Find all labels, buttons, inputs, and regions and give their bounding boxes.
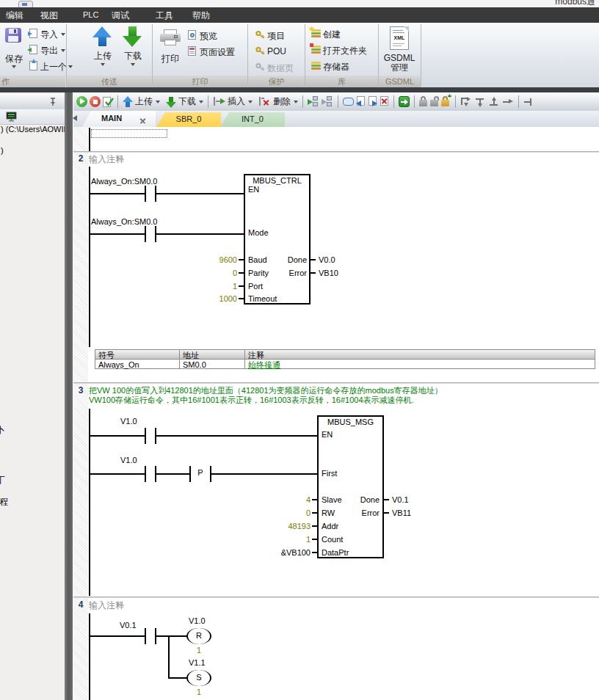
- insert-dropdown-icon[interactable]: [248, 101, 253, 103]
- page-back-icon[interactable]: [356, 96, 366, 107]
- protect-project-button[interactable]: 项目: [255, 30, 300, 40]
- param-value[interactable]: 9600: [198, 255, 237, 265]
- tab-int0[interactable]: INT_0: [220, 112, 285, 127]
- param-value[interactable]: 0: [261, 508, 311, 518]
- edge-contact-letter[interactable]: P: [192, 468, 208, 478]
- toolbar-download-label[interactable]: 下载: [178, 95, 196, 108]
- param-value[interactable]: &VB100: [261, 548, 311, 558]
- menu-view[interactable]: 视图: [40, 10, 58, 22]
- param-value[interactable]: 48193: [261, 522, 311, 531]
- contact-operand[interactable]: Always_On:SM0.0: [91, 217, 157, 227]
- protect-pou-button[interactable]: POU: [255, 46, 300, 56]
- address-cell[interactable]: SM0.0: [183, 360, 206, 369]
- lib-open-folder-button[interactable]: 打开文件夹: [311, 45, 376, 55]
- delete-network-icon[interactable]: [258, 96, 271, 107]
- contact-operand[interactable]: V0.1: [120, 621, 137, 630]
- network-view-icon[interactable]: [308, 96, 319, 107]
- contact-operand[interactable]: V1.0: [120, 456, 137, 465]
- output-operand[interactable]: V0.1: [392, 495, 409, 505]
- line-up-icon[interactable]: [488, 97, 500, 107]
- tab-close-icon[interactable]: [139, 117, 146, 124]
- save-button[interactable]: 保存: [1, 26, 26, 73]
- contact-end-icon[interactable]: [523, 97, 534, 107]
- print-button[interactable]: 打印: [156, 28, 185, 72]
- go-to-icon[interactable]: [399, 96, 410, 107]
- network-3-number[interactable]: 3: [75, 385, 87, 395]
- network-view-2-icon[interactable]: [322, 96, 333, 107]
- network-4-number[interactable]: 4: [75, 599, 87, 610]
- contact-bar[interactable]: [145, 226, 146, 242]
- toolbar-delete-label[interactable]: 删除: [273, 95, 291, 108]
- stop-button[interactable]: [90, 96, 101, 107]
- coil-count[interactable]: 1: [197, 646, 201, 655]
- menu-tools[interactable]: 工具: [156, 10, 173, 22]
- quick-access-icon[interactable]: [18, 1, 33, 7]
- output-operand[interactable]: V0.0: [319, 255, 335, 265]
- import-button[interactable]: 导入: [29, 29, 65, 39]
- network-2-number[interactable]: 2: [75, 153, 87, 164]
- output-operand[interactable]: VB11: [392, 508, 411, 518]
- gsdml-manage-button[interactable]: XML GSDML 管理: [380, 25, 418, 73]
- network-3-comment-line1[interactable]: 把VW 100的值写入到412801的地址里面（412801为变频器的运行命令存…: [89, 386, 443, 395]
- toolbar-upload-label[interactable]: 上传: [135, 95, 153, 108]
- comment-selection-box[interactable]: [91, 129, 167, 138]
- param-value[interactable]: 1000: [198, 294, 237, 304]
- tree-item-fragment[interactable]: 卜: [0, 425, 5, 435]
- menu-plc[interactable]: PLC: [83, 10, 98, 19]
- page-setup-button[interactable]: 页面设置: [188, 46, 244, 56]
- coil-count[interactable]: 1: [197, 688, 201, 697]
- upload-dropdown-icon[interactable]: [156, 101, 160, 103]
- lock-add-icon[interactable]: [441, 96, 451, 107]
- param-value[interactable]: 1: [198, 282, 237, 291]
- pin-icon[interactable]: [49, 98, 57, 106]
- toolbar-insert-label[interactable]: 插入: [228, 95, 245, 108]
- edge-contact-bar[interactable]: [189, 466, 191, 482]
- symbol-cell[interactable]: Always_On: [98, 360, 139, 369]
- toolbar-download-button[interactable]: [166, 96, 176, 108]
- output-operand[interactable]: VB10: [319, 269, 338, 278]
- menu-edit[interactable]: 编辑: [6, 10, 23, 22]
- tab-sbr0[interactable]: SBR_0: [156, 112, 221, 127]
- menu-debug[interactable]: 调试: [112, 10, 129, 22]
- tree-item-fragment[interactable]: 丁: [0, 475, 5, 485]
- line-right-icon[interactable]: [502, 97, 514, 107]
- page-delete-icon[interactable]: [380, 96, 389, 107]
- lock-icon[interactable]: [419, 96, 428, 107]
- coil-operand[interactable]: V1.0: [189, 616, 206, 626]
- protect-data-page-button[interactable]: 数据页: [255, 62, 302, 73]
- coil-operand[interactable]: V1.1: [189, 658, 206, 668]
- tab-main[interactable]: MAIN: [82, 111, 156, 127]
- insert-branch-icon[interactable]: [460, 97, 472, 107]
- insert-network-icon[interactable]: [213, 96, 225, 107]
- menu-help[interactable]: 帮助: [192, 10, 210, 22]
- ribbon-download-button[interactable]: 下载: [118, 26, 148, 72]
- contact-bar[interactable]: [145, 466, 146, 482]
- compile-button[interactable]: [103, 96, 113, 108]
- param-value[interactable]: 1: [261, 535, 311, 544]
- contact-operand[interactable]: V1.0: [120, 417, 137, 426]
- comment-box-icon[interactable]: [343, 98, 354, 106]
- ribbon-upload-button[interactable]: 上传: [88, 26, 117, 72]
- contact-bar[interactable]: [145, 428, 146, 444]
- network-4-comment[interactable]: 输入注释: [89, 600, 124, 610]
- tree-item-project[interactable]: ) (C:\Users\AOWID: [1, 125, 65, 134]
- contact-bar[interactable]: [145, 628, 146, 644]
- tree-item-fragment[interactable]: 程: [0, 497, 8, 507]
- toolbar-upload-button[interactable]: [123, 96, 133, 108]
- tab-scroll-left-icon[interactable]: [73, 115, 77, 121]
- line-down-icon[interactable]: [474, 97, 486, 107]
- run-button[interactable]: [76, 96, 87, 107]
- print-preview-button[interactable]: 预览: [188, 30, 239, 40]
- contact-operand[interactable]: Always_On:SM0.0: [91, 177, 157, 186]
- panel-splitter[interactable]: [65, 92, 73, 700]
- param-value[interactable]: 0: [198, 269, 237, 278]
- export-button[interactable]: 导出: [29, 45, 65, 55]
- tree-item-fragment[interactable]: ): [1, 146, 4, 156]
- network-2-comment[interactable]: 输入注释: [89, 154, 124, 164]
- param-value[interactable]: 4: [261, 495, 311, 505]
- unlock-icon[interactable]: [430, 96, 439, 107]
- previous-button[interactable]: 上一个: [29, 61, 72, 71]
- lib-memory-button[interactable]: 存储器: [311, 61, 370, 71]
- download-dropdown-icon[interactable]: [199, 101, 203, 103]
- comment-cell[interactable]: 始终接通: [248, 360, 280, 369]
